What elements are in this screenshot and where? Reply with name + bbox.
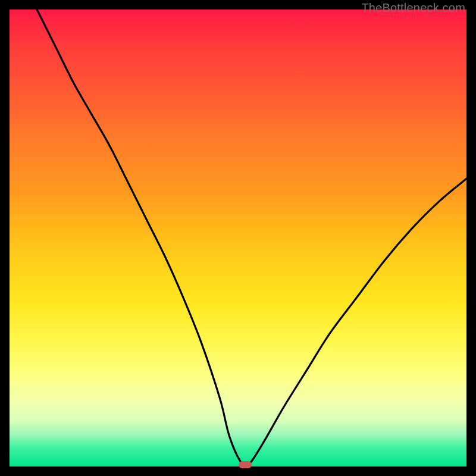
bottleneck-curve xyxy=(10,10,466,466)
chart-plot-area xyxy=(10,10,466,466)
watermark-label: TheBottleneck.com xyxy=(361,1,465,15)
chart-frame: TheBottleneck.com xyxy=(0,0,476,476)
optimum-marker xyxy=(239,461,252,468)
